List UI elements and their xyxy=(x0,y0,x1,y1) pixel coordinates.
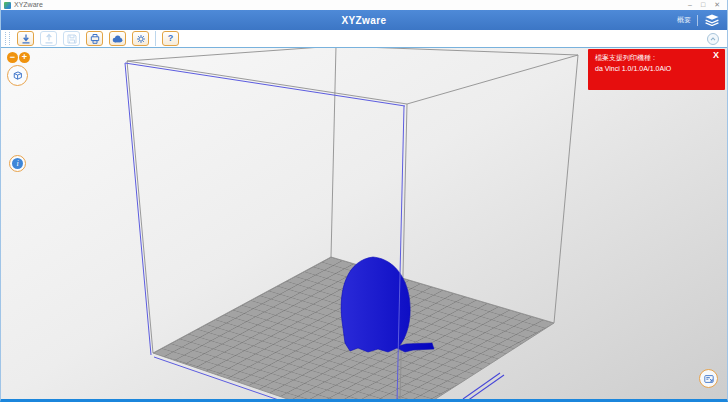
plus-icon: + xyxy=(22,53,27,62)
print-button[interactable] xyxy=(86,31,103,46)
header-menu-item[interactable]: 概要 xyxy=(677,15,691,25)
help-button[interactable]: ? xyxy=(162,31,179,46)
window-controls: – □ ✕ xyxy=(688,0,724,10)
os-titlebar: XYZware – □ ✕ xyxy=(1,0,727,10)
export-button[interactable] xyxy=(40,31,57,46)
info-icon: i xyxy=(12,158,23,169)
printer-icon xyxy=(89,33,101,45)
toolbar-drag-handle[interactable] xyxy=(5,32,10,45)
minimize-button[interactable]: – xyxy=(688,0,692,10)
alert-line2: da Vinci 1.0/1.0A/1.0AiO xyxy=(595,64,709,75)
xyzprinting-logo-icon xyxy=(704,14,720,26)
toolbar-separator xyxy=(155,31,156,46)
header-divider xyxy=(697,15,698,26)
import-arrow-down-icon xyxy=(20,33,32,45)
header-right: 概要 xyxy=(677,14,727,26)
cube-icon xyxy=(11,69,24,82)
settings-button[interactable] xyxy=(132,31,149,46)
collapse-toolbar-button[interactable] xyxy=(707,33,719,45)
close-button[interactable]: ✕ xyxy=(714,0,720,10)
printer-support-alert: 檔案支援列印機種 : da Vinci 1.0/1.0A/1.0AiO X xyxy=(588,49,725,90)
import-button[interactable] xyxy=(17,31,34,46)
zoom-in-button[interactable]: + xyxy=(19,52,30,63)
xyzware-window: XYZware – □ ✕ XYZware 概要 xyxy=(0,0,728,402)
maximize-button[interactable]: □ xyxy=(701,0,705,10)
minus-icon: − xyxy=(10,53,15,62)
app-icon xyxy=(4,2,11,9)
save-button[interactable] xyxy=(63,31,80,46)
viewport-3d[interactable]: − + i 檔案支援列印機種 : da Vinci 1.0/1.0A/1.0Ai… xyxy=(1,48,727,399)
cloud-button[interactable] xyxy=(109,31,126,46)
window-title: XYZware xyxy=(14,0,43,10)
alert-line1: 檔案支援列印機種 : xyxy=(595,53,709,64)
help-icon: ? xyxy=(168,34,174,43)
app-header: XYZware 概要 xyxy=(1,10,727,30)
view-rotate-button[interactable] xyxy=(7,65,28,86)
print-panel-icon xyxy=(703,373,715,385)
build-volume-scene xyxy=(1,48,727,399)
info-button[interactable]: i xyxy=(9,155,26,172)
main-toolbar: ? xyxy=(1,30,727,48)
zoom-out-button[interactable]: − xyxy=(7,52,18,63)
app-title: XYZware xyxy=(1,15,727,26)
export-arrow-up-icon xyxy=(43,33,55,45)
print-panel-button[interactable] xyxy=(699,369,718,388)
save-floppy-icon xyxy=(66,33,78,45)
alert-close-button[interactable]: X xyxy=(713,51,719,60)
cloud-icon xyxy=(111,33,124,45)
gear-icon xyxy=(135,33,147,45)
chevron-up-icon xyxy=(708,34,718,44)
